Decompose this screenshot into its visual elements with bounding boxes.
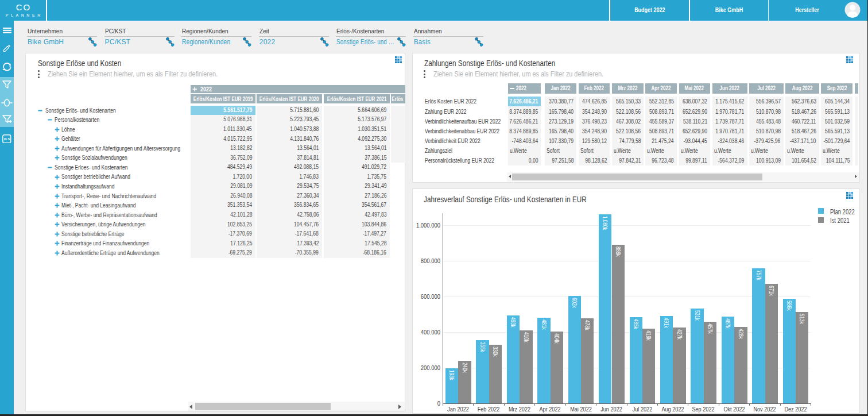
svg-text:XLS: XLS	[4, 137, 10, 141]
